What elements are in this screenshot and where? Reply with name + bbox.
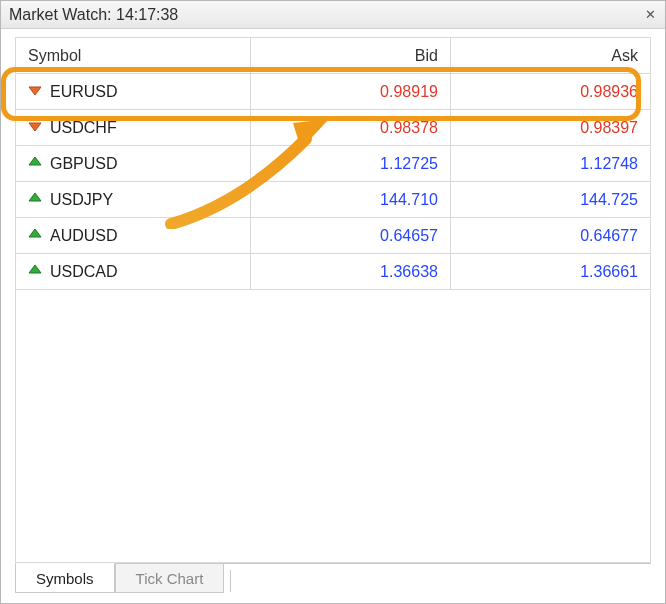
symbol-cell: USDCHF: [16, 110, 251, 146]
symbol-label: USDCAD: [50, 263, 118, 281]
tab-tick-chart-label: Tick Chart: [136, 570, 204, 587]
market-watch-window: Market Watch: 14:17:38 ✕ Symbol Bid Ask …: [0, 0, 666, 604]
arrow-down-icon: [28, 83, 42, 101]
close-icon[interactable]: ✕: [641, 6, 659, 24]
window-title: Market Watch: 14:17:38: [9, 6, 178, 24]
svg-marker-1: [29, 123, 41, 131]
svg-marker-0: [29, 87, 41, 95]
symbol-label: USDCHF: [50, 119, 117, 137]
header-symbol[interactable]: Symbol: [16, 38, 251, 74]
ask-cell: 0.98397: [450, 110, 650, 146]
ask-cell: 1.12748: [450, 146, 650, 182]
symbol-label: GBPUSD: [50, 155, 118, 173]
bid-cell: 0.98919: [250, 74, 450, 110]
arrow-down-icon: [28, 119, 42, 137]
tab-bar: Symbols Tick Chart: [15, 563, 651, 597]
bid-cell: 0.64657: [250, 218, 450, 254]
empty-list-area: [15, 290, 651, 563]
symbol-cell: USDCAD: [16, 254, 251, 290]
body-area: Symbol Bid Ask EURUSD0.989190.98936USDCH…: [1, 29, 665, 563]
bid-cell: 144.710: [250, 182, 450, 218]
tab-separator: [230, 570, 231, 592]
symbol-cell: AUDUSD: [16, 218, 251, 254]
symbol-cell: GBPUSD: [16, 146, 251, 182]
market-watch-table: Symbol Bid Ask EURUSD0.989190.98936USDCH…: [15, 37, 651, 290]
ask-cell: 0.98936: [450, 74, 650, 110]
ask-cell: 1.36661: [450, 254, 650, 290]
svg-marker-2: [29, 157, 41, 165]
bid-cell: 0.98378: [250, 110, 450, 146]
symbol-label: AUDUSD: [50, 227, 118, 245]
symbol-cell: USDJPY: [16, 182, 251, 218]
arrow-up-icon: [28, 227, 42, 245]
symbol-cell: EURUSD: [16, 74, 251, 110]
tab-symbols[interactable]: Symbols: [15, 563, 115, 593]
svg-marker-5: [29, 265, 41, 273]
table-row[interactable]: GBPUSD1.127251.12748: [16, 146, 651, 182]
header-ask[interactable]: Ask: [450, 38, 650, 74]
table-row[interactable]: USDCAD1.366381.36661: [16, 254, 651, 290]
table-header-row[interactable]: Symbol Bid Ask: [16, 38, 651, 74]
table-row[interactable]: AUDUSD0.646570.64677: [16, 218, 651, 254]
tab-tick-chart[interactable]: Tick Chart: [115, 563, 225, 593]
table-row[interactable]: USDCHF0.983780.98397: [16, 110, 651, 146]
arrow-up-icon: [28, 263, 42, 281]
ask-cell: 144.725: [450, 182, 650, 218]
svg-marker-4: [29, 229, 41, 237]
ask-cell: 0.64677: [450, 218, 650, 254]
header-bid[interactable]: Bid: [250, 38, 450, 74]
svg-marker-3: [29, 193, 41, 201]
arrow-up-icon: [28, 155, 42, 173]
symbol-label: USDJPY: [50, 191, 113, 209]
tab-symbols-label: Symbols: [36, 570, 94, 587]
table-row[interactable]: USDJPY144.710144.725: [16, 182, 651, 218]
arrow-up-icon: [28, 191, 42, 209]
table-row[interactable]: EURUSD0.989190.98936: [16, 74, 651, 110]
bid-cell: 1.36638: [250, 254, 450, 290]
titlebar[interactable]: Market Watch: 14:17:38 ✕: [1, 1, 665, 29]
symbol-label: EURUSD: [50, 83, 118, 101]
bid-cell: 1.12725: [250, 146, 450, 182]
